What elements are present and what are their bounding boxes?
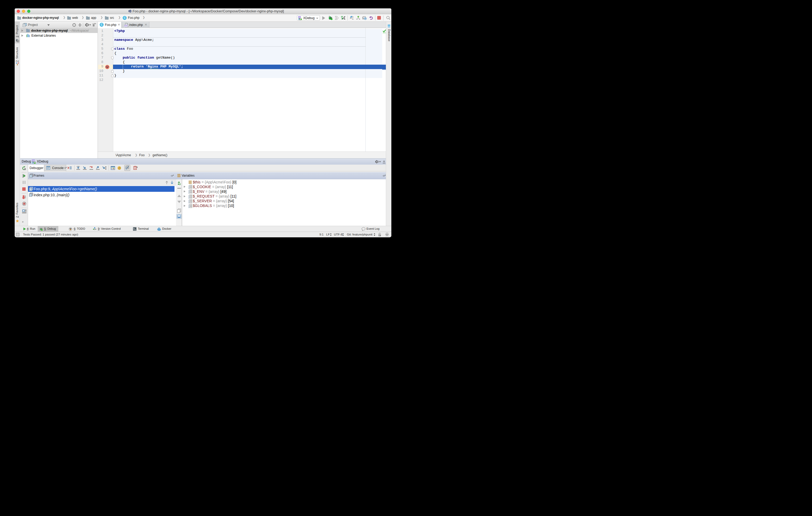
- svg-text:@: @: [118, 166, 121, 169]
- svg-text:2: 2: [125, 168, 126, 169]
- svg-text:3: 3: [188, 188, 189, 189]
- svg-text:3: 3: [188, 206, 189, 208]
- svg-text:3: 3: [188, 192, 189, 194]
- svg-text:3: 3: [188, 202, 189, 203]
- svg-text:php: php: [298, 17, 301, 18]
- svg-text:php: php: [32, 160, 35, 162]
- svg-text:php: php: [124, 25, 128, 27]
- svg-text:3: 3: [188, 197, 189, 199]
